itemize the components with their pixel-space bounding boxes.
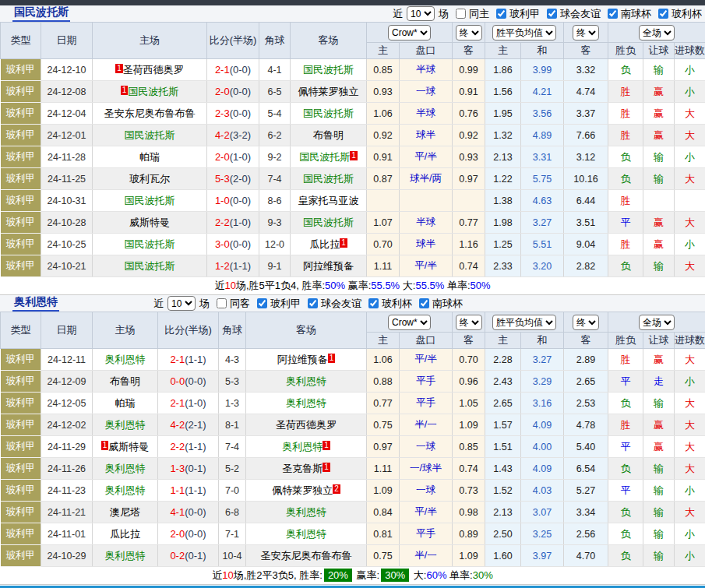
avg-select[interactable]: 胜平负均值: [492, 315, 556, 330]
league-checkbox-2[interactable]: [368, 298, 379, 308]
avg-home-cell: 1.43: [485, 458, 521, 480]
avg-away-cell: 6.44: [564, 190, 608, 212]
corner-cell: 4-3: [219, 349, 246, 371]
handicap-line-cell: 球半: [400, 125, 453, 146]
avg-draw-cell: 4.09: [521, 414, 564, 436]
league-checkbox-0[interactable]: [257, 298, 267, 308]
league-checkbox-2[interactable]: [608, 9, 618, 19]
handicap-result-cell: 输: [643, 502, 675, 523]
away-team-cell: 布鲁明: [291, 125, 367, 146]
date-cell: 24-11-28: [41, 146, 93, 168]
team-name-link[interactable]: 国民波托斯: [12, 5, 70, 22]
away-odds-cell: 0.77: [453, 212, 485, 234]
avg-away-cell: 9.04: [564, 234, 608, 255]
avg-away-cell: 5.40: [564, 436, 608, 458]
col-date: 日期: [41, 23, 93, 59]
handicap-line-cell: 平/半: [400, 502, 453, 523]
league-checkbox-3[interactable]: [419, 298, 429, 308]
avg-away-cell: 3.32: [564, 59, 608, 81]
corner-cell: 9-1: [259, 255, 291, 277]
away-team-cell: 国民波托斯: [291, 212, 367, 234]
away-odds-cell: 0.89: [453, 523, 485, 545]
goals-result-cell: 大: [675, 168, 705, 190]
team-name: 圣克鲁斯: [282, 463, 323, 474]
same-venue-label: 同主: [469, 7, 489, 21]
away-team-cell: 佩特莱罗独立: [291, 81, 367, 103]
league-cell: 玻利甲: [1, 212, 41, 234]
fulltime-score: 0-2: [170, 550, 185, 562]
away-odds-cell: 0.91: [453, 81, 485, 103]
team-name: 奥利恩特: [282, 441, 323, 452]
scope-select[interactable]: 全场: [639, 315, 675, 330]
home-team-cell: 奥利恩特: [93, 414, 158, 436]
avg-away-cell: 2.89: [564, 349, 608, 371]
col-date: 日期: [41, 312, 93, 349]
league-checkbox-3[interactable]: [658, 9, 668, 19]
result-cell: 胜: [608, 81, 643, 103]
team-name-link[interactable]: 奥利恩特: [12, 295, 59, 312]
team-name: 阿拉维预备: [277, 354, 328, 365]
odds-final-select[interactable]: 终: [456, 25, 482, 40]
handicap-line-cell: 平手: [400, 371, 453, 393]
team-name: 国民波托斯: [299, 151, 350, 163]
avg-draw-cell: 3.31: [521, 146, 564, 168]
team-name: 布鲁明: [110, 375, 140, 387]
fulltime-score: 2-0: [170, 528, 185, 540]
home-team-cell: 1国民波托斯: [93, 81, 207, 103]
avg-home-cell: 1.95: [485, 103, 521, 125]
result-cell: 负: [608, 255, 643, 277]
summary-segment: 30%: [473, 569, 493, 581]
avg-draw-cell: 4.21: [521, 81, 564, 103]
avg-away-cell: 4.78: [564, 414, 608, 436]
fulltime-score: 5-3: [215, 173, 230, 185]
score-cell: 2-1(1-1): [158, 349, 219, 371]
fulltime-score: 1-1: [170, 484, 185, 496]
col-home: 主场: [93, 312, 158, 349]
away-odds-cell: 0.97: [453, 168, 485, 190]
fulltime-score: 4-2: [170, 419, 185, 431]
odds-final-select[interactable]: 终: [456, 315, 482, 330]
odds-company-select[interactable]: Crow*: [388, 25, 431, 40]
col-home: 主场: [93, 23, 207, 59]
team-name: 玻利瓦尔: [129, 173, 170, 185]
handicap-result-cell: [643, 190, 675, 212]
score-cell: 1-2(1-1): [207, 255, 259, 277]
corner-cell: 8-6: [259, 190, 291, 212]
score-cell: 2-3(0-0): [207, 103, 259, 125]
avg-final-select[interactable]: 终: [573, 25, 599, 40]
avg-away-cell: 3.34: [564, 502, 608, 523]
summary-line-2: 近10场,胜2平3负5, 胜率:20% 赢率:30% 大:60% 单率:30%: [0, 567, 705, 585]
scope-select[interactable]: 全场: [639, 25, 675, 40]
summary-segment: 20%: [324, 569, 352, 582]
away-odds-cell: 1.16: [453, 234, 485, 255]
summary-segment: 赢率:: [354, 569, 379, 581]
halftime-score: (2-0): [230, 173, 251, 185]
halftime-score: (0-0): [230, 86, 251, 97]
result-cell: 负: [608, 545, 643, 567]
avg-select[interactable]: 胜平负均值: [492, 25, 556, 40]
summary-segment: 近: [214, 280, 224, 291]
avg-draw-cell: 4.63: [521, 190, 564, 212]
odds-company-select[interactable]: Crow*: [388, 315, 431, 330]
league-checkbox-1[interactable]: [308, 298, 318, 308]
team-name: 国民波托斯: [303, 173, 354, 185]
fulltime-score: 2-1: [215, 64, 230, 76]
match-count-select[interactable]: 10: [167, 296, 196, 311]
same-venue-checkbox[interactable]: [456, 9, 466, 19]
handicap-result-cell: 赢: [643, 234, 675, 255]
same-venue-checkbox[interactable]: [217, 298, 227, 308]
league-checkbox-0[interactable]: [496, 9, 506, 19]
league-checkbox-1[interactable]: [547, 9, 557, 19]
date-cell: 24-10-29: [41, 545, 93, 567]
corner-cell: 6-5: [259, 81, 291, 103]
match-count-select[interactable]: 10: [407, 6, 435, 21]
avg-home-cell: 2.43: [485, 371, 521, 393]
halftime-score: (1-1): [230, 260, 251, 272]
handicap-line-cell: 平手: [400, 523, 453, 545]
col-odds-line: 盘口: [400, 43, 453, 59]
avg-draw-cell: 4.89: [521, 125, 564, 146]
col-corner: 角球: [219, 312, 246, 349]
away-team-cell: 阿拉维预备1: [246, 349, 367, 371]
league-cell: 玻利甲: [1, 349, 41, 371]
avg-final-select[interactable]: 终: [573, 315, 599, 330]
